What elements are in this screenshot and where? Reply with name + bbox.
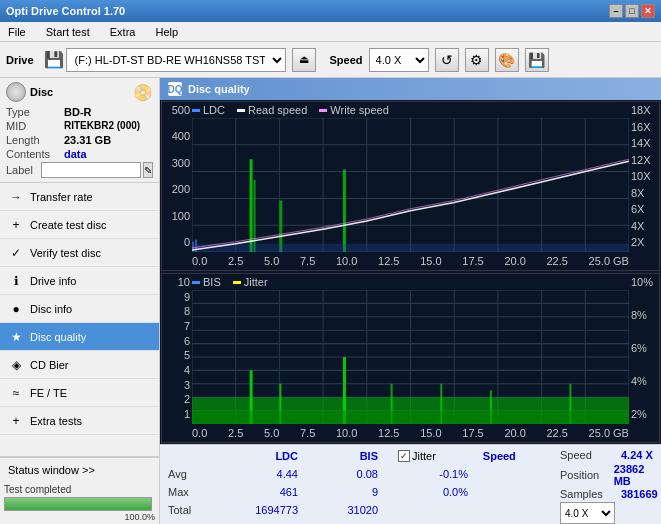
- disc-quality-header: DQ Disc quality: [160, 78, 661, 100]
- main-layout: Disc 📀 Type BD-R MID RITEKBR2 (000) Leng…: [0, 78, 661, 524]
- refresh-button[interactable]: ↺: [435, 48, 459, 72]
- jitter-legend-item: Jitter: [233, 276, 268, 288]
- menu-help[interactable]: Help: [151, 24, 182, 40]
- total-ldc: 1694773: [238, 504, 298, 516]
- max-ldc: 461: [238, 486, 298, 498]
- minimize-button[interactable]: –: [609, 4, 623, 18]
- toolbar: Drive 💾 (F:) HL-DT-ST BD-RE WH16NS58 TST…: [0, 42, 661, 78]
- status-section: Status window >> Test completed 100.0%: [0, 456, 159, 524]
- stats-speed-select[interactable]: 4.0 X: [560, 502, 615, 524]
- write-speed-legend-item: Write speed: [319, 104, 389, 116]
- drive-icon: 💾: [44, 50, 64, 69]
- total-bis: 31020: [318, 504, 378, 516]
- ldc-legend: LDC Read speed Write speed: [192, 104, 389, 116]
- stats-speed-header: Speed: [456, 450, 516, 462]
- speed-select[interactable]: 4.0 X: [369, 48, 429, 72]
- sidebar-item-fe-te[interactable]: ≈ FE / TE: [0, 379, 159, 407]
- bis-legend-item: BIS: [192, 276, 221, 288]
- stats-ldc-header: LDC: [238, 450, 298, 462]
- avg-label: Avg: [168, 468, 218, 480]
- speed-stat-value: 4.24 X: [621, 449, 653, 461]
- ldc-y-axis-left: 500 400 300 200 100 0: [162, 102, 192, 250]
- write-speed-legend-label: Write speed: [330, 104, 389, 116]
- cd-bier-icon: ◈: [8, 357, 24, 373]
- total-label: Total: [168, 504, 218, 516]
- max-bis: 9: [318, 486, 378, 498]
- disc-image-icon: 📀: [133, 83, 153, 102]
- samples-value: 381669: [621, 488, 658, 500]
- avg-jitter: -0.1%: [398, 468, 468, 480]
- sidebar-label-fe-te: FE / TE: [30, 387, 67, 399]
- settings-button[interactable]: ⚙: [465, 48, 489, 72]
- label-input[interactable]: [41, 162, 141, 178]
- sidebar-item-extra-tests[interactable]: + Extra tests: [0, 407, 159, 435]
- bis-chart: BIS Jitter 10 9 8 7 6 5 4: [161, 273, 660, 443]
- ldc-legend-color: [192, 109, 200, 112]
- sidebar-label-extra-tests: Extra tests: [30, 415, 82, 427]
- sidebar-item-cd-bier[interactable]: ◈ CD Bier: [0, 351, 159, 379]
- sidebar-label-cd-bier: CD Bier: [30, 359, 69, 371]
- close-button[interactable]: ✕: [641, 4, 655, 18]
- progress-area: Test completed 100.0%: [0, 482, 159, 524]
- eject-button[interactable]: ⏏: [292, 48, 316, 72]
- contents-label: Contents: [6, 148, 64, 160]
- disc-header: Disc 📀: [6, 82, 153, 102]
- max-jitter: 0.0%: [398, 486, 468, 498]
- menu-file[interactable]: File: [4, 24, 30, 40]
- label-edit-button[interactable]: ✎: [143, 162, 153, 178]
- avg-bis: 0.08: [318, 468, 378, 480]
- stats-right: Speed 4.24 X Position 23862 MB Samples 3…: [556, 445, 661, 524]
- disc-info-icon: ●: [8, 301, 24, 317]
- jitter-legend-color: [233, 281, 241, 284]
- jitter-label: Jitter: [412, 450, 436, 462]
- menu-extra[interactable]: Extra: [106, 24, 140, 40]
- read-speed-legend-label: Read speed: [248, 104, 307, 116]
- progress-percent: 100.0%: [4, 512, 155, 522]
- write-speed-legend-color: [319, 109, 327, 112]
- contents-value: data: [64, 148, 87, 160]
- sidebar-item-create-test-disc[interactable]: + Create test disc: [0, 211, 159, 239]
- stats-total-row: Total 1694773 31020: [168, 501, 548, 519]
- svg-rect-54: [192, 411, 629, 424]
- sidebar-item-verify-test-disc[interactable]: ✓ Verify test disc: [0, 239, 159, 267]
- type-value: BD-R: [64, 106, 92, 118]
- ldc-legend-item: LDC: [192, 104, 225, 116]
- jitter-legend-label: Jitter: [244, 276, 268, 288]
- sidebar-label-disc-info: Disc info: [30, 303, 72, 315]
- maximize-button[interactable]: □: [625, 4, 639, 18]
- disc-type-row: Type BD-R: [6, 106, 153, 118]
- color-button[interactable]: 🎨: [495, 48, 519, 72]
- bis-svg: [192, 290, 629, 424]
- ldc-chart: LDC Read speed Write speed 500 400: [161, 101, 660, 271]
- ldc-y-axis-right: 18X 16X 14X 12X 10X 8X 6X 4X 2X: [629, 102, 659, 250]
- drive-select[interactable]: (F:) HL-DT-ST BD-RE WH16NS58 TST4: [66, 48, 286, 72]
- speed-label: Speed: [330, 54, 363, 66]
- max-label: Max: [168, 486, 218, 498]
- svg-rect-23: [192, 244, 629, 252]
- stats-avg-row: Avg 4.44 0.08 -0.1%: [168, 465, 548, 483]
- title-bar: Opti Drive Control 1.70 – □ ✕: [0, 0, 661, 22]
- bis-y-axis-right: 10% 8% 6% 4% 2%: [629, 274, 659, 422]
- fe-te-icon: ≈: [8, 385, 24, 401]
- length-label: Length: [6, 134, 64, 146]
- speed-stat-label: Speed: [560, 449, 615, 461]
- sidebar-item-drive-info[interactable]: ℹ Drive info: [0, 267, 159, 295]
- svg-rect-22: [343, 170, 346, 252]
- menu-start-test[interactable]: Start test: [42, 24, 94, 40]
- disc-contents-row: Contents data: [6, 148, 153, 160]
- stats-max-row: Max 461 9 0.0%: [168, 483, 548, 501]
- sidebar-label-create-test: Create test disc: [30, 219, 106, 231]
- progress-bar-fill: [5, 498, 151, 510]
- sidebar-item-disc-info[interactable]: ● Disc info: [0, 295, 159, 323]
- status-window-button[interactable]: Status window >>: [0, 458, 159, 482]
- save-button[interactable]: 💾: [525, 48, 549, 72]
- drive-info-icon: ℹ: [8, 273, 24, 289]
- sidebar-item-transfer-rate[interactable]: → Transfer rate: [0, 183, 159, 211]
- sidebar-item-disc-quality[interactable]: ★ Disc quality: [0, 323, 159, 351]
- menu-bar: File Start test Extra Help: [0, 22, 661, 42]
- extra-tests-icon: +: [8, 413, 24, 429]
- sidebar-label-disc-quality: Disc quality: [30, 331, 86, 343]
- jitter-checkbox[interactable]: ✓: [398, 450, 410, 462]
- app-title: Opti Drive Control 1.70: [6, 5, 125, 17]
- mid-value: RITEKBR2 (000): [64, 120, 140, 132]
